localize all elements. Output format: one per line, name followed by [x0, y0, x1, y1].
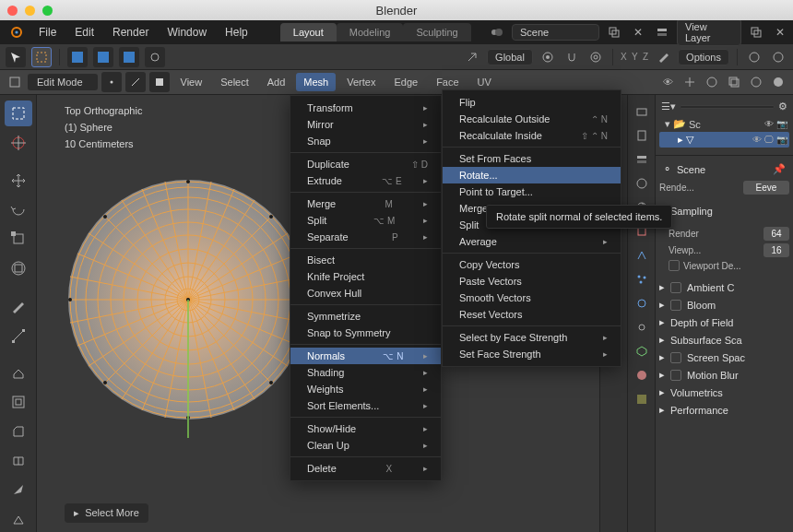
- normals-select-by-strength[interactable]: Select by Face Strength: [443, 329, 621, 346]
- pin-icon[interactable]: 📌: [773, 163, 786, 175]
- overlay-icon-2[interactable]: [769, 48, 787, 66]
- normals-set-face-strength[interactable]: Set Face Strength: [443, 346, 621, 362]
- selmode-face-icon[interactable]: [119, 47, 139, 67]
- panel-performance[interactable]: ▸ Performance: [656, 401, 793, 419]
- mesh-clean-up[interactable]: Clean Up: [290, 437, 441, 454]
- menu-edge[interactable]: Edge: [386, 73, 425, 91]
- tool-measure[interactable]: [5, 323, 32, 349]
- tab-particles-icon[interactable]: [633, 270, 651, 289]
- pivot-point-icon[interactable]: [539, 48, 557, 66]
- panel-bloom[interactable]: ▸ Bloom: [656, 296, 793, 313]
- editor-type-icon[interactable]: [6, 73, 24, 91]
- select-tool-icon[interactable]: [31, 47, 52, 67]
- e-select-icon[interactable]: [125, 72, 146, 92]
- camera-icon[interactable]: 📷: [776, 135, 787, 145]
- tab-viewlayer-icon[interactable]: [633, 150, 651, 169]
- menu-help[interactable]: Help: [216, 22, 257, 42]
- close-icon[interactable]: [7, 6, 18, 16]
- selmode-vertex-icon[interactable]: [67, 47, 88, 67]
- mesh-show-hide[interactable]: Show/Hide: [290, 420, 441, 437]
- mesh-sort[interactable]: Sort Elements...: [290, 397, 441, 414]
- visibility-icon[interactable]: 👁: [752, 135, 762, 145]
- tool-polybuild[interactable]: [5, 506, 32, 532]
- tab-modifier-icon[interactable]: [633, 246, 651, 265]
- tab-physics-icon[interactable]: [633, 294, 651, 313]
- shading-wire-icon[interactable]: [747, 73, 765, 91]
- normals-reset-vectors[interactable]: Reset Vectors: [443, 306, 621, 323]
- outliner-type-icon[interactable]: ☰▾: [661, 100, 676, 112]
- tab-output-icon[interactable]: [633, 126, 651, 145]
- f-select-icon[interactable]: [149, 72, 170, 92]
- mesh-mirror[interactable]: Mirror: [290, 116, 441, 133]
- outliner-scene-collection[interactable]: ▾ 📂 Sc 👁 📷: [659, 116, 789, 132]
- outliner[interactable]: ☰▾ ⚙ ▾ 📂 Sc 👁 📷 ▸ ▽ 👁 🖵 📷: [656, 95, 793, 151]
- normals-rotate[interactable]: Rotate...: [443, 167, 621, 183]
- minimize-icon[interactable]: [25, 6, 35, 16]
- gizmo-icon[interactable]: [681, 73, 699, 91]
- zoom-icon[interactable]: [42, 6, 53, 16]
- delete-scene-icon[interactable]: ✕: [629, 23, 647, 41]
- v-select-icon[interactable]: [101, 72, 122, 92]
- normals-average[interactable]: Average: [443, 233, 621, 250]
- menu-render[interactable]: Render: [103, 22, 158, 42]
- mesh-edit-mode-icon[interactable]: [654, 48, 672, 66]
- viewport-denoise-checkbox[interactable]: [669, 260, 680, 271]
- viewport-samples[interactable]: 16: [763, 243, 789, 257]
- panel-sampling[interactable]: ▾ Sampling: [656, 202, 793, 219]
- menu-vertex[interactable]: Vertex: [339, 73, 383, 91]
- tool-annotate[interactable]: [5, 293, 32, 319]
- mesh-convex-hull[interactable]: Convex Hull: [290, 285, 441, 301]
- xray-icon[interactable]: [725, 73, 743, 91]
- mesh-split[interactable]: Split⌥ M: [290, 212, 441, 229]
- snap-icon[interactable]: [562, 48, 581, 66]
- orientation-icon[interactable]: [463, 48, 481, 66]
- normals-recalc-outside[interactable]: Recalculate Outside⌃ N: [443, 111, 621, 127]
- tool-transform[interactable]: [5, 255, 32, 281]
- tool-loopcut[interactable]: [5, 448, 32, 474]
- copy-layer-icon[interactable]: [747, 23, 765, 41]
- tool-extrude[interactable]: [5, 361, 32, 386]
- panel-volumetrics[interactable]: ▸ Volumetrics: [656, 384, 793, 401]
- mesh-bisect[interactable]: Bisect: [290, 252, 441, 268]
- outliner-search[interactable]: [680, 105, 775, 109]
- normals-point-to-target[interactable]: Point to Target...: [443, 183, 621, 200]
- scene-icon[interactable]: [488, 23, 506, 41]
- mesh-separate[interactable]: SeparateP: [290, 229, 441, 245]
- layers-icon[interactable]: [653, 23, 671, 41]
- tool-inset[interactable]: [5, 390, 32, 416]
- normals-flip[interactable]: Flip: [443, 94, 621, 111]
- normals-paste-vectors[interactable]: Paste Vectors: [443, 273, 621, 290]
- mesh-snap-symmetry[interactable]: Snap to Symmetry: [290, 325, 441, 341]
- mesh-duplicate[interactable]: Duplicate⇧ D: [290, 156, 441, 172]
- copy-scene-icon[interactable]: [605, 23, 623, 41]
- engine-selector[interactable]: Eeve: [743, 181, 789, 195]
- menu-file[interactable]: File: [30, 22, 65, 42]
- selmode-edge-icon[interactable]: [93, 47, 113, 67]
- mesh-knife-project[interactable]: Knife Project: [290, 268, 441, 285]
- filter-icon[interactable]: ⚙: [778, 100, 787, 112]
- redo-panel[interactable]: ▸ Select More: [65, 503, 148, 523]
- interaction-mode[interactable]: Edit Mode: [28, 74, 98, 90]
- view-layer-selector[interactable]: View Layer: [677, 18, 741, 46]
- tool-bevel[interactable]: [5, 419, 32, 444]
- menu-edit[interactable]: Edit: [65, 22, 103, 42]
- mesh-merge[interactable]: MergeM: [290, 195, 441, 212]
- tab-modeling[interactable]: Modeling: [337, 23, 404, 41]
- blender-logo-icon[interactable]: [6, 23, 24, 41]
- panel-sss[interactable]: ▸ Subsurface Sca: [656, 331, 793, 349]
- tool-knife[interactable]: [5, 478, 32, 503]
- visibility-icon[interactable]: 👁: [658, 73, 677, 91]
- tab-render-icon[interactable]: [633, 102, 651, 121]
- visibility-icon[interactable]: 👁: [764, 119, 774, 129]
- menu-view[interactable]: View: [173, 73, 210, 91]
- panel-dof[interactable]: ▸ Depth of Field: [656, 313, 793, 331]
- panel-ambient[interactable]: ▸ Ambient C: [656, 278, 793, 296]
- cursor-tool-icon[interactable]: [6, 47, 26, 67]
- panel-motion-blur[interactable]: ▸ Motion Blur: [656, 366, 793, 384]
- mesh-snap[interactable]: Snap: [290, 133, 441, 149]
- render-samples[interactable]: 64: [763, 227, 789, 241]
- menu-add[interactable]: Add: [260, 73, 293, 91]
- orientation-selector[interactable]: Global: [487, 49, 533, 65]
- outliner-object-sphere[interactable]: ▸ ▽ 👁 🖵 📷: [659, 132, 789, 148]
- normals-smooth-vectors[interactable]: Smooth Vectors: [443, 290, 621, 306]
